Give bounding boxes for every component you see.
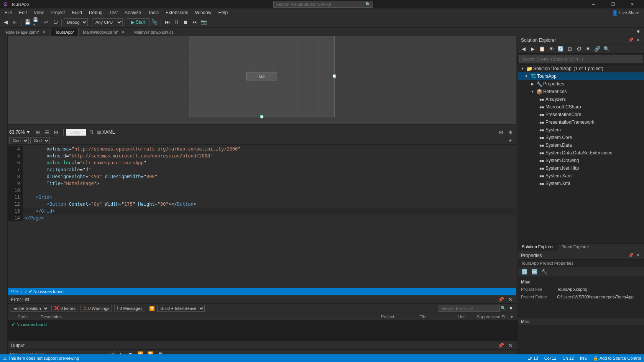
start-button[interactable]: ▶ Start xyxy=(127,18,150,26)
tree-ref-xml[interactable]: ■■ System.Xml xyxy=(518,180,644,187)
grid-view-btn[interactable]: ⊞ xyxy=(34,128,42,136)
code-selector-2[interactable]: Grid xyxy=(30,137,50,144)
filter-icon[interactable]: 🔽 xyxy=(149,306,155,311)
error-list-pin[interactable]: 📌 xyxy=(497,295,505,304)
menu-build[interactable]: Build xyxy=(69,8,85,17)
col-code[interactable]: Code xyxy=(18,314,41,319)
menu-window[interactable]: Window xyxy=(192,8,215,17)
menu-debug[interactable]: Debug xyxy=(86,8,105,17)
props-categorize-btn[interactable]: 🔠 xyxy=(520,268,529,276)
se-filter[interactable]: 🔍 xyxy=(602,45,611,53)
platform-select[interactable]: Any CPU xyxy=(92,18,123,26)
toolbar-btn-9[interactable]: ⏭ xyxy=(191,18,199,26)
col-file[interactable]: File xyxy=(419,314,458,319)
se-back[interactable]: ◀ xyxy=(519,45,528,53)
code-selector-1[interactable]: Grid xyxy=(9,137,29,144)
resize-handle-right[interactable] xyxy=(333,74,336,77)
menu-view[interactable]: View xyxy=(31,8,47,17)
minimize-button[interactable]: ─ xyxy=(585,0,603,8)
errors-badge[interactable]: ❌ 0 Errors xyxy=(51,305,78,311)
se-forward[interactable]: ▶ xyxy=(529,45,537,53)
tab-toursapp[interactable]: ToursApp* xyxy=(51,28,79,36)
tree-ref-analyzers[interactable]: ■■ Analyzers xyxy=(518,95,644,103)
code-collapse-btn[interactable]: + xyxy=(506,136,514,145)
tree-ref-xaml[interactable]: ■■ System.Xaml xyxy=(518,172,644,180)
col-project[interactable]: Project xyxy=(381,314,419,319)
se-show-all[interactable]: 👁 xyxy=(547,45,555,53)
back-btn[interactable]: ◀ xyxy=(2,18,10,26)
tree-ref-mscsharp[interactable]: ■■ Microsoft.CSharp xyxy=(518,103,644,111)
tree-ref-presentcore[interactable]: ■■ PresentationCore xyxy=(518,111,644,118)
se-pin[interactable]: 📌 xyxy=(628,37,634,43)
split-horiz-btn[interactable]: ⊟ xyxy=(497,128,505,136)
tab-mainwindow-xaml[interactable]: MainWindow.xaml* ✕ xyxy=(79,28,130,36)
props-sort-btn[interactable]: 🔤 xyxy=(530,268,539,276)
zoom-control[interactable]: 63.78% ▼ xyxy=(9,129,31,135)
xaml-toggle[interactable]: ▦ XAML xyxy=(97,129,115,135)
tree-ref-systemcore[interactable]: ■■ System.Core xyxy=(518,134,644,141)
menu-test[interactable]: Test xyxy=(106,8,121,17)
close-button[interactable]: ✕ xyxy=(623,0,641,8)
se-preview[interactable]: 👁 xyxy=(584,45,592,53)
se-refresh[interactable]: 🔄 xyxy=(556,45,565,53)
se-close[interactable]: ✕ xyxy=(635,37,641,43)
tab-hotelspage-close[interactable]: ✕ xyxy=(41,29,46,35)
output-close[interactable]: ✕ xyxy=(506,341,514,350)
col-line[interactable]: Line xyxy=(458,314,477,319)
code-scrollbar[interactable] xyxy=(8,284,516,288)
scope-select[interactable]: Entire Solution xyxy=(10,305,49,312)
output-pin[interactable]: 📌 xyxy=(497,341,505,350)
se-git[interactable]: 🔗 xyxy=(593,45,601,53)
tab-team-explorer[interactable]: Team Explorer xyxy=(558,244,593,251)
tree-ref-systemdata[interactable]: ■■ System.Data xyxy=(518,141,644,149)
menu-project[interactable]: Project xyxy=(48,8,68,17)
tab-scroll-btn[interactable]: ▼ xyxy=(634,27,642,36)
restore-button[interactable]: ❐ xyxy=(604,0,622,8)
toolbar-btn-8[interactable]: ⏹ xyxy=(181,18,190,26)
tree-references[interactable]: ▼ 📦 References xyxy=(518,88,644,95)
resize-handle-bottom[interactable] xyxy=(260,115,263,118)
error-filter-btn[interactable]: ▼ xyxy=(507,304,515,313)
tree-ref-nethttp[interactable]: ■■ System.Net.Http xyxy=(518,164,644,172)
menu-file[interactable]: File xyxy=(2,8,15,17)
col-suppression[interactable]: Suppression St... ▼ xyxy=(477,314,515,319)
se-collapse[interactable]: ⊟ xyxy=(565,45,574,53)
tree-project[interactable]: ▼ 🏗 ToursApp xyxy=(518,72,644,80)
save-btn[interactable]: 💾 xyxy=(23,18,32,26)
tree-properties[interactable]: ▶ 🔧 Properties xyxy=(518,80,644,88)
props-close[interactable]: ✕ xyxy=(635,252,641,259)
toolbar-btn-7[interactable]: ⏸ xyxy=(172,18,181,26)
tab-mainwindow-cs[interactable]: MainWindow.xaml.cs xyxy=(130,28,178,36)
menu-help[interactable]: Help xyxy=(215,8,231,17)
se-properties[interactable]: 📋 xyxy=(538,45,546,53)
menu-tools[interactable]: Tools xyxy=(145,8,162,17)
save-all-btn[interactable]: 💾+ xyxy=(33,18,41,26)
tree-ref-datasetex[interactable]: ■■ System.Data.DataSetExtensions xyxy=(518,149,644,157)
global-search-input[interactable] xyxy=(273,1,373,8)
detail-view-btn[interactable]: ⊟ xyxy=(52,128,61,136)
attach-btn[interactable]: 📎 xyxy=(150,18,159,26)
se-search-input[interactable] xyxy=(519,55,642,63)
error-search-input[interactable] xyxy=(439,305,500,312)
tab-hotelspage[interactable]: HotelsPage.xaml* ✕ xyxy=(2,28,51,36)
tab-solution-explorer[interactable]: Solution Explorer xyxy=(518,244,558,251)
tree-ref-presentfw[interactable]: ■■ PresentationFramework xyxy=(518,118,644,126)
menu-edit[interactable]: Edit xyxy=(16,8,30,17)
debug-config-select[interactable]: Debug xyxy=(64,18,88,26)
warnings-badge[interactable]: ⚠ 0 Warnings xyxy=(80,305,112,311)
tree-ref-system[interactable]: ■■ System xyxy=(518,126,644,134)
design-toggle-btn[interactable]: Design xyxy=(66,129,86,136)
search-bar[interactable]: 🔍 xyxy=(273,1,371,8)
menu-extensions[interactable]: Extensions xyxy=(163,8,191,17)
undo-btn[interactable]: ↩ xyxy=(42,18,50,26)
toolbar-btn-6[interactable]: ⏭ xyxy=(163,18,171,26)
build-scope-select[interactable]: Build + IntelliSense xyxy=(157,305,205,312)
col-description[interactable]: Description xyxy=(41,314,381,319)
props-build-btn[interactable]: 🔨 xyxy=(540,268,549,276)
design-scrollbar[interactable] xyxy=(8,124,516,128)
menu-analyze[interactable]: Analyze xyxy=(122,8,144,17)
messages-badge[interactable]: ℹ 0 Messages xyxy=(114,305,145,311)
se-pending[interactable]: ⏱ xyxy=(575,45,583,53)
view-swap-icon[interactable]: ⇅ xyxy=(88,129,95,135)
live-share-btn[interactable]: 👤 Live Share xyxy=(609,9,642,16)
